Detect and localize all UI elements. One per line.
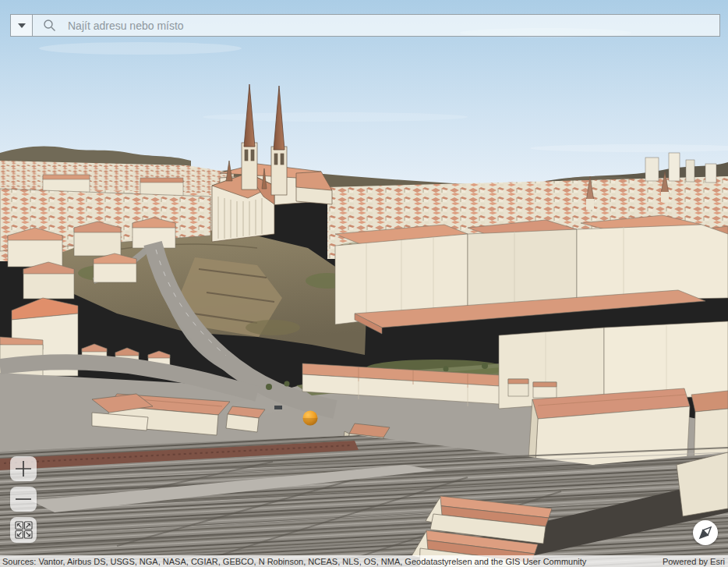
caret-down-icon [18, 23, 26, 28]
attribution-bar: Sources: Vantor, Airbus DS, USGS, NGA, N… [0, 555, 728, 567]
search-input[interactable] [66, 19, 719, 33]
pan-arrows-grid-icon [15, 521, 33, 539]
compass-button[interactable] [693, 520, 718, 545]
right-blocks [335, 215, 728, 334]
minus-icon [15, 491, 32, 508]
navigation-toggle-button[interactable] [10, 517, 37, 543]
scene-viewer: Sources: Vantor, Airbus DS, USGS, NGA, N… [0, 0, 728, 567]
magnifier-icon [43, 19, 56, 32]
scene-canvas[interactable] [0, 0, 728, 567]
search-dropdown-button[interactable] [11, 15, 33, 36]
search-bar [10, 14, 720, 37]
map-marker[interactable] [303, 411, 318, 426]
plus-icon [15, 460, 32, 477]
powered-by-esri-link[interactable]: Powered by Esri [663, 557, 725, 566]
zoom-in-button[interactable] [10, 456, 37, 481]
zoom-out-button[interactable] [10, 487, 37, 512]
compass-needle-icon [693, 520, 718, 545]
attribution-sources: Sources: Vantor, Airbus DS, USGS, NGA, N… [2, 557, 586, 566]
search-field [33, 15, 719, 36]
